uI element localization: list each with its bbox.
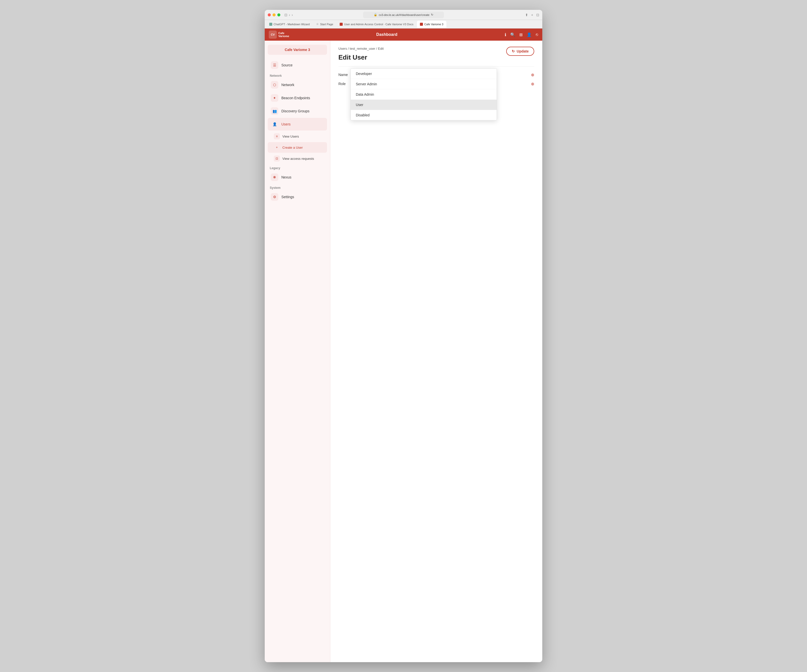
tab-startpage[interactable]: ☆ Start Page (313, 21, 336, 28)
list-icon: ≡ (274, 133, 280, 139)
minimize-button[interactable] (272, 13, 276, 17)
nav-controls: ⊡ ‹ › (284, 13, 293, 17)
sidebar-item-nexus[interactable]: ❋ Nexus (268, 171, 327, 183)
dropdown-item-disabled[interactable]: Disabled (351, 110, 496, 120)
user-icon[interactable]: 👤 (526, 32, 532, 37)
access-icon: ⊡ (274, 155, 280, 161)
breadcrumb-user[interactable]: test_remote_user (350, 47, 375, 50)
sidebar-settings-label: Settings (281, 195, 294, 199)
info-icon[interactable]: ℹ (505, 32, 506, 37)
back-icon[interactable]: ‹ (289, 13, 290, 17)
section-label-legacy: Legacy (268, 164, 327, 171)
sidebar-item-beacon[interactable]: ✦ Beacon Endpoints (268, 91, 327, 104)
sidebar-beacon-label: Beacon Endpoints (281, 96, 310, 100)
forward-icon[interactable]: › (292, 13, 293, 17)
tab-userdocs-label: User and Admin Access Control · Cafe Var… (344, 23, 413, 26)
tabs-icon[interactable]: ⊡ (536, 13, 539, 17)
sidebar-item-network[interactable]: ⬡ Network (268, 78, 327, 91)
update-button[interactable]: ↻ Update (506, 47, 534, 56)
sidebar-access-label: View access requests (282, 157, 314, 161)
settings-icon: ⚙ (271, 193, 278, 201)
breadcrumb-users[interactable]: Users (339, 47, 347, 50)
tab-chatgpt[interactable]: ChatGPT - Markdown Wizard (266, 21, 313, 28)
discovery-icon: 👥 (271, 107, 278, 115)
nexus-icon: ❋ (271, 173, 278, 181)
refresh-icon[interactable]: ↻ (431, 13, 433, 17)
window-control-icon[interactable]: ⊡ (284, 13, 287, 17)
sidebar: Cafe Variome 3 ☰ Source Network ⬡ Networ… (265, 41, 330, 662)
traffic-lights (268, 13, 281, 17)
sidebar-nexus-label: Nexus (281, 175, 291, 179)
dropdown-item-user[interactable]: User (351, 100, 496, 110)
plus-icon: + (274, 145, 280, 150)
sidebar-subitem-create-user[interactable]: + Create a User (268, 142, 327, 153)
maximize-button[interactable] (277, 13, 281, 17)
browser-tabs: ChatGPT - Markdown Wizard ☆ Start Page U… (265, 20, 542, 28)
name-help-icon[interactable]: ⊕ (531, 72, 534, 77)
dropdown-item-data-admin[interactable]: Data Admin (351, 89, 496, 100)
section-label-system: System (268, 184, 327, 191)
network-icon: ⬡ (271, 81, 278, 88)
dropdown-item-developer[interactable]: Developer (351, 69, 496, 79)
star-icon: ☆ (316, 22, 319, 26)
new-tab-icon[interactable]: + (531, 13, 533, 17)
sidebar-view-users-label: View Users (282, 135, 299, 138)
url-text: cv3-dev.le.ac.uk/#/dashboard/user/create (379, 13, 430, 17)
workspace-button[interactable]: Cafe Variome 3 (268, 45, 327, 55)
tab-cafevariome[interactable]: Cafe Variome 3 (417, 21, 447, 28)
sidebar-create-user-label: Create a User (282, 146, 303, 150)
url-bar[interactable]: 🔒 cv3-dev.le.ac.uk/#/dashboard/user/crea… (363, 12, 444, 18)
search-icon[interactable]: 🔍 (510, 32, 515, 37)
titlebar-actions: ⬆ + ⊡ (525, 13, 539, 17)
grid-icon[interactable]: ⊞ (519, 32, 523, 37)
chatgpt-icon (269, 23, 272, 26)
section-label-network: Network (268, 72, 327, 78)
users-icon: 👤 (271, 120, 278, 128)
sidebar-subitem-access-requests[interactable]: ⊡ View access requests (268, 153, 327, 164)
header-title: Dashboard (269, 32, 505, 37)
update-icon: ↻ (512, 49, 515, 53)
header-icons: ℹ 🔍 ⊞ 👤 ⎋ (505, 32, 538, 37)
dropdown-item-server-admin[interactable]: Server Admin (351, 79, 496, 89)
sidebar-item-settings[interactable]: ⚙ Settings (268, 191, 327, 203)
sidebar-subitem-view-users[interactable]: ≡ View Users (268, 131, 327, 141)
app-window: ⊡ ‹ › 🔒 cv3-dev.le.ac.uk/#/dashboard/use… (265, 10, 542, 662)
sidebar-item-source[interactable]: ☰ Source (268, 59, 327, 72)
logout-icon[interactable]: ⎋ (536, 32, 538, 37)
app-header: CV Cafe Variome Dashboard ℹ 🔍 ⊞ 👤 ⎋ (265, 28, 542, 41)
breadcrumb-sep2: / (376, 47, 378, 50)
role-help-icon[interactable]: ⊕ (531, 82, 534, 86)
sidebar-item-users[interactable]: 👤 Users (268, 118, 327, 130)
role-dropdown[interactable]: Developer Server Admin Data Admin User D… (350, 68, 497, 120)
sidebar-item-discovery[interactable]: 👥 Discovery Groups (268, 105, 327, 117)
share-icon[interactable]: ⬆ (525, 13, 528, 17)
titlebar: ⊡ ‹ › 🔒 cv3-dev.le.ac.uk/#/dashboard/use… (265, 10, 542, 20)
sidebar-network-label: Network (281, 83, 294, 87)
sidebar-source-label: Source (281, 63, 292, 67)
update-label: Update (517, 49, 529, 53)
source-icon: ☰ (271, 62, 278, 69)
breadcrumb-edit: Edit (378, 47, 384, 50)
breadcrumb: Users / test_remote_user / Edit (339, 47, 534, 50)
cv-icon-active (420, 23, 423, 26)
page-title: Edit User (339, 53, 534, 62)
main-layout: Cafe Variome 3 ☰ Source Network ⬡ Networ… (265, 41, 542, 662)
sidebar-users-label: Users (281, 122, 291, 126)
close-button[interactable] (268, 13, 271, 17)
breadcrumb-sep1: / (348, 47, 350, 50)
content-area: Users / test_remote_user / Edit Edit Use… (330, 41, 542, 662)
tab-startpage-label: Start Page (320, 23, 333, 26)
beacon-icon: ✦ (271, 94, 278, 102)
tab-userdocs[interactable]: User and Admin Access Control · Cafe Var… (337, 21, 416, 28)
tab-chatgpt-label: ChatGPT - Markdown Wizard (274, 23, 310, 26)
cv-icon (340, 23, 343, 26)
tab-cafevariome-label: Cafe Variome 3 (424, 23, 443, 26)
lock-icon: 🔒 (374, 13, 377, 17)
sidebar-discovery-label: Discovery Groups (281, 109, 309, 113)
